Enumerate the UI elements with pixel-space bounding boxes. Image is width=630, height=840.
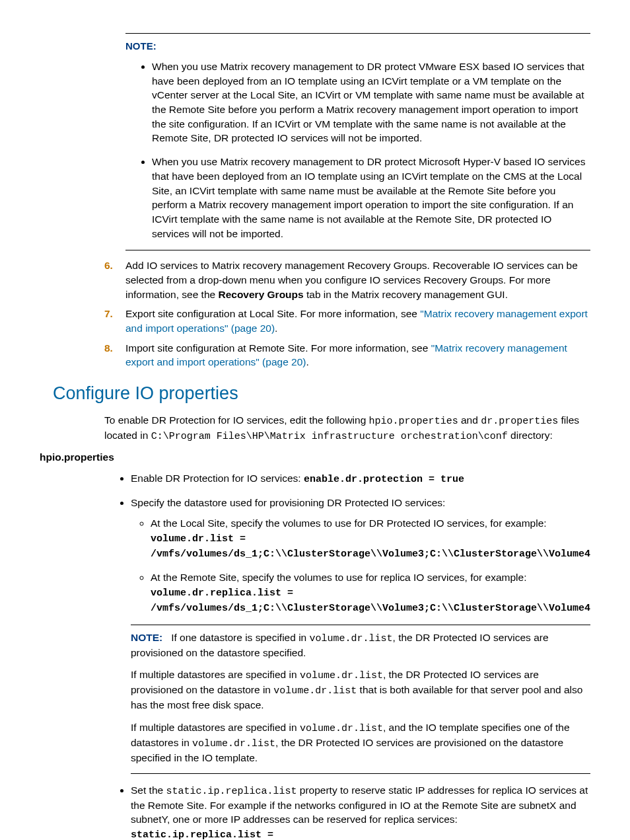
code-inline: volume.dr.list <box>300 723 383 734</box>
divider <box>131 625 590 625</box>
divider <box>125 250 590 250</box>
code-inline: volume.dr.list <box>300 670 383 681</box>
list-item: Set the static.ip.replica.list property … <box>131 783 590 840</box>
code-inline: volume.dr.list <box>192 738 275 749</box>
list-item: Enable DR Protection for IO services: en… <box>131 471 590 486</box>
step-text: Export site configuration at Local Site.… <box>125 308 588 334</box>
step-text: Import site configuration at Remote Site… <box>125 342 567 368</box>
code-inline: static.ip.replica.list <box>166 786 297 797</box>
step-text: Add IO services to Matrix recovery manag… <box>125 260 578 299</box>
step-list: 6. Add IO services to Matrix recovery ma… <box>104 258 590 369</box>
note-label: NOTE: <box>131 632 162 643</box>
note-paragraph: If multiple datastores are specified in … <box>131 668 590 712</box>
code-inline: volume.dr.list <box>310 633 393 644</box>
divider <box>125 33 590 34</box>
code-line: volume.dr.replica.list = <box>151 588 293 599</box>
sub-list: At the Local Site, specify the volumes t… <box>131 516 590 615</box>
step-number: 6. <box>104 258 113 273</box>
section-heading: Configure IO properties <box>53 381 590 406</box>
step-6: 6. Add IO services to Matrix recovery ma… <box>104 258 590 301</box>
note-list: When you use Matrix recovery management … <box>125 59 590 241</box>
step-7: 7. Export site configuration at Local Si… <box>104 307 590 335</box>
note-paragraph: If multiple datastores are specified in … <box>131 720 590 765</box>
code-line: volume.dr.list = <box>151 533 246 545</box>
code-inline: hpio.properties <box>369 416 458 427</box>
note-label: NOTE: <box>125 39 590 53</box>
code-inline: enable.dr.protection = true <box>304 474 464 485</box>
code-line: /vmfs/volumes/ds_1;C:\\ClusterStorage\\V… <box>151 603 590 614</box>
code-inline: volume.dr.list <box>273 685 357 697</box>
step-number: 7. <box>104 307 113 321</box>
list-item: At the Remote Site, specify the volumes … <box>151 570 590 615</box>
note-item: When you use Matrix recovery management … <box>152 155 590 241</box>
step-8: 8. Import site configuration at Remote S… <box>104 341 590 369</box>
note-inline-block: NOTE: If one datastore is specified in v… <box>131 630 590 660</box>
divider <box>131 773 590 774</box>
step-number: 8. <box>104 341 113 356</box>
code-line: /vmfs/volumes/ds_1;C:\\ClusterStorage\\V… <box>151 549 590 560</box>
code-line: static.ip.replica.list = <box>131 829 273 840</box>
recovery-groups-label: Recovery Groups <box>218 289 303 300</box>
section-intro: To enable DR Protection for IO services,… <box>104 413 590 443</box>
note-item: When you use Matrix recovery management … <box>152 59 590 145</box>
subheading-hpio: hpio.properties <box>40 450 590 465</box>
note-block: NOTE: When you use Matrix recovery manag… <box>125 33 590 250</box>
code-inline: dr.properties <box>481 416 558 427</box>
properties-list: Enable DR Protection for IO services: en… <box>104 471 590 840</box>
list-item: Specify the datastore used for provision… <box>131 496 590 774</box>
code-inline: C:\Program Files\HP\Matrix infrastructur… <box>151 431 508 442</box>
list-item: At the Local Site, specify the volumes t… <box>151 516 590 561</box>
